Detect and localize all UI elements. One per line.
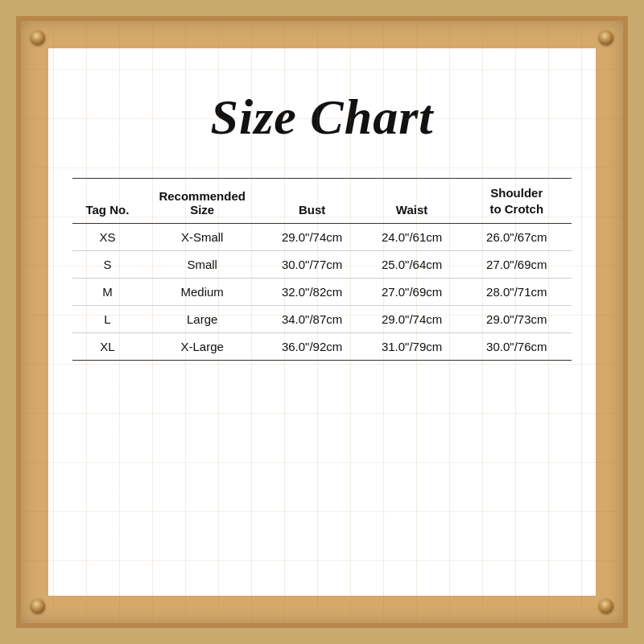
corner-bolt-bl	[31, 599, 45, 613]
table-row: XSX-Small29.0"/74cm24.0"/61cm26.0"/67cm	[72, 224, 572, 251]
header-waist: Waist	[362, 179, 462, 224]
cell-bust: 32.0"/82cm	[262, 279, 362, 306]
cell-waist: 25.0"/64cm	[362, 251, 462, 279]
cell-bust: 29.0"/74cm	[262, 224, 362, 251]
cell-rec: Medium	[142, 279, 262, 306]
cell-tag: M	[72, 279, 142, 306]
header-bust: Bust	[262, 179, 362, 224]
corner-bolt-tr	[599, 31, 613, 45]
cell-rec: X-Small	[142, 224, 262, 251]
cell-bust: 36.0"/92cm	[262, 333, 362, 361]
size-chart-table: Tag No. Recommended Size Bust Waist Shou…	[72, 178, 572, 361]
table-row: LLarge34.0"/87cm29.0"/74cm29.0"/73cm	[72, 306, 572, 333]
cell-rec: Small	[142, 251, 262, 279]
page-title: Size Chart	[210, 89, 433, 146]
header-recommended: Recommended Size	[142, 179, 262, 224]
cell-bust: 34.0"/87cm	[262, 306, 362, 333]
cell-waist: 31.0"/79cm	[362, 333, 462, 361]
corner-bolt-tl	[31, 31, 45, 45]
wood-frame: Size Chart Tag No. Recommended Size Bust…	[16, 16, 628, 628]
table-row: SSmall30.0"/77cm25.0"/64cm27.0"/69cm	[72, 251, 572, 279]
cell-shoulder: 27.0"/69cm	[462, 251, 572, 279]
cell-waist: 27.0"/69cm	[362, 279, 462, 306]
header-tag-no: Tag No.	[72, 179, 142, 224]
cell-shoulder: 28.0"/71cm	[462, 279, 572, 306]
content-area: Size Chart Tag No. Recommended Size Bust…	[48, 48, 596, 596]
cell-tag: S	[72, 251, 142, 279]
cell-tag: XL	[72, 333, 142, 361]
header-shoulder-to-crotch: Shoulder to Crotch	[462, 179, 572, 224]
cell-shoulder: 29.0"/73cm	[462, 306, 572, 333]
cell-bust: 30.0"/77cm	[262, 251, 362, 279]
table-row: XLX-Large36.0"/92cm31.0"/79cm30.0"/76cm	[72, 333, 572, 361]
cell-shoulder: 26.0"/67cm	[462, 224, 572, 251]
table-row: MMedium32.0"/82cm27.0"/69cm28.0"/71cm	[72, 279, 572, 306]
corner-bolt-br	[599, 599, 613, 613]
cell-tag: XS	[72, 224, 142, 251]
cell-shoulder: 30.0"/76cm	[462, 333, 572, 361]
cell-waist: 29.0"/74cm	[362, 306, 462, 333]
cell-rec: X-Large	[142, 333, 262, 361]
cell-rec: Large	[142, 306, 262, 333]
cell-waist: 24.0"/61cm	[362, 224, 462, 251]
cell-tag: L	[72, 306, 142, 333]
